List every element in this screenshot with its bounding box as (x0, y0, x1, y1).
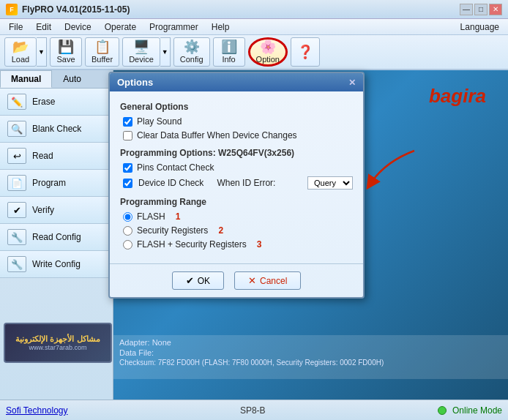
watermark: مشاكل الأجهزة الإلكترونية www.star7arab.… (4, 323, 112, 363)
device-dropdown-arrow[interactable]: ▼ (160, 37, 171, 67)
load-button[interactable]: 📂 Load (4, 37, 37, 67)
erase-icon: ✏️ (7, 94, 26, 110)
status-link[interactable]: Sofi Technology (6, 405, 68, 416)
clear-buffer-checkbox[interactable] (123, 131, 132, 140)
radio-security[interactable] (123, 226, 132, 236)
sidebar: Manual Auto ✏️ Erase 🔍 Blank Check ↩ Rea… (0, 70, 113, 400)
tab-bar: Manual Auto (0, 70, 113, 89)
device-label: Device (129, 55, 154, 64)
menu-help[interactable]: Help (206, 20, 236, 34)
menu-bar: File Edit Device Operate Programmer Help… (0, 19, 508, 35)
load-button-group: 📂 Load ▼ (4, 37, 47, 67)
buffer-button[interactable]: 📋 Buffer (85, 37, 119, 67)
device-id-row: Device ID Check When ID Error: Query Ign… (120, 176, 353, 190)
program-icon: 📄 (7, 175, 26, 191)
config-button[interactable]: ⚙️ Config (173, 37, 210, 67)
status-mode: Online Mode (452, 405, 502, 416)
play-sound-label[interactable]: Play Sound (137, 116, 182, 127)
pins-contact-checkbox[interactable] (123, 163, 132, 173)
radio-flash-security-row: FLASH + Security Registers 3 (120, 239, 353, 250)
save-button[interactable]: 💾 Save (50, 37, 82, 67)
info-icon: ℹ️ (221, 40, 237, 53)
option-button[interactable]: 🌸 Option (248, 37, 288, 67)
close-button[interactable]: ✕ (489, 4, 502, 15)
load-dropdown-arrow[interactable]: ▼ (37, 37, 47, 67)
options-dialog: Options ✕ General Options Play Sound Cle… (108, 72, 365, 299)
ok-button[interactable]: ✔ OK (172, 271, 224, 290)
device-button[interactable]: 🖥️ Device (122, 37, 160, 67)
tab-auto[interactable]: Auto (52, 70, 92, 88)
title-bar-left: F FlyPRO V4.01(2015-11-05) (6, 4, 130, 15)
menu-edit[interactable]: Edit (30, 20, 57, 34)
write-config-icon: 🔧 (7, 256, 26, 272)
app-icon: F (6, 4, 18, 15)
ok-icon: ✔ (186, 275, 194, 286)
read-icon: ↩ (7, 148, 26, 164)
blank-check-label: Blank Check (32, 124, 81, 134)
cancel-label: Cancel (260, 276, 287, 286)
help-icon: ❓ (297, 45, 313, 59)
radio-security-label[interactable]: Security Registers (137, 225, 208, 236)
menu-file[interactable]: File (3, 20, 29, 34)
minimize-button[interactable]: — (460, 4, 473, 15)
pins-contact-label[interactable]: Pins Contact Check (137, 162, 214, 173)
sidebar-verify[interactable]: ✔ Verify (0, 197, 113, 224)
sidebar-program[interactable]: 📄 Program (0, 170, 113, 197)
when-id-label: When ID Error: (217, 178, 275, 188)
load-label: Load (12, 55, 29, 64)
menu-device[interactable]: Device (59, 20, 97, 34)
sidebar-read[interactable]: ↩ Read (0, 143, 113, 170)
dialog-close-button[interactable]: ✕ (348, 78, 356, 88)
radio-flash-security-label[interactable]: FLASH + Security Registers (137, 239, 247, 250)
play-sound-row: Play Sound (120, 116, 353, 127)
tab-manual[interactable]: Manual (0, 70, 52, 88)
clear-buffer-label[interactable]: Clear Data Buffer When Device Changes (137, 130, 297, 140)
radio-flash-security[interactable] (123, 240, 132, 250)
save-label: Save (56, 55, 75, 64)
pins-contact-row: Pins Contact Check (120, 162, 353, 173)
data-file-info: Data File: (119, 348, 502, 357)
clear-buffer-row: Clear Data Buffer When Device Changes (120, 130, 353, 140)
menu-programmer[interactable]: Programmer (143, 20, 204, 34)
option-label: Option (256, 55, 280, 64)
annotation-num3: 3 (257, 239, 262, 250)
info-button[interactable]: ℹ️ Info (213, 37, 245, 67)
read-label: Read (32, 151, 53, 161)
sidebar-write-config[interactable]: 🔧 Write Config (0, 251, 113, 278)
main-area: Manual Auto ✏️ Erase 🔍 Blank Check ↩ Rea… (0, 70, 508, 400)
dialog-title-text: Options (117, 77, 153, 88)
cancel-icon: ✕ (248, 275, 256, 286)
sidebar-blank-check[interactable]: 🔍 Blank Check (0, 116, 113, 143)
status-right: Online Mode (438, 405, 502, 416)
checksum-info: Checksum: 7F82 FD00H (FLASH: 7F80 0000H,… (119, 359, 502, 367)
dialog-buttons: ✔ OK ✕ Cancel (110, 263, 363, 297)
radio-flash-label[interactable]: FLASH (137, 211, 165, 222)
buffer-icon: 📋 (94, 40, 111, 53)
annotation-bagira: bagira (429, 85, 486, 108)
programming-range-label: Programming Range (120, 197, 353, 207)
radio-flash-row: FLASH 1 (120, 211, 353, 222)
cancel-button[interactable]: ✕ Cancel (234, 271, 301, 290)
toolbar: 📂 Load ▼ 💾 Save 📋 Buffer 🖥️ Device ▼ ⚙️ … (0, 35, 508, 70)
device-id-label[interactable]: Device ID Check (138, 178, 203, 188)
buffer-label: Buffer (91, 55, 113, 64)
config-icon: ⚙️ (184, 40, 200, 53)
maximize-button[interactable]: □ (474, 4, 488, 15)
window-controls[interactable]: — □ ✕ (460, 4, 502, 15)
status-indicator (438, 406, 447, 415)
device-id-checkbox[interactable] (123, 179, 132, 188)
dialog-content: General Options Play Sound Clear Data Bu… (110, 91, 363, 260)
sidebar-read-config[interactable]: 🔧 Read Config (0, 224, 113, 251)
menu-language[interactable]: Language (455, 20, 505, 34)
write-config-label: Write Config (32, 259, 81, 269)
help-button[interactable]: ❓ (291, 37, 320, 67)
play-sound-checkbox[interactable] (123, 117, 132, 127)
radio-flash[interactable] (123, 212, 132, 222)
annotation-num1: 1 (176, 211, 181, 222)
menu-operate[interactable]: Operate (99, 20, 142, 34)
sidebar-erase[interactable]: ✏️ Erase (0, 89, 113, 116)
when-id-select[interactable]: Query Ignore Stop (307, 176, 353, 190)
read-config-label: Read Config (32, 232, 81, 242)
dialog-title-bar: Options ✕ (110, 73, 363, 91)
blank-check-icon: 🔍 (7, 121, 26, 137)
